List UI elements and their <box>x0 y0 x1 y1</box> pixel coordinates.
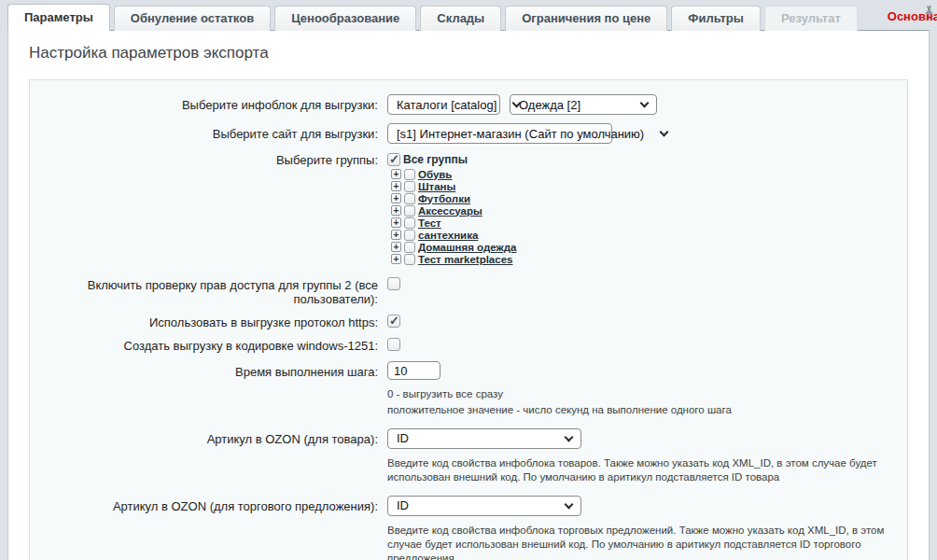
tab-filters[interactable]: Фильтры <box>671 6 761 31</box>
ozon-article-product-hint: Введите код свойства инфоблока товаров. … <box>387 456 907 484</box>
row-https: Использовать в выгрузке протокол https: <box>30 315 907 329</box>
infoblock-type-select[interactable]: Каталоги [catalog] <box>387 94 500 115</box>
all-groups-row: Все группы <box>387 152 468 166</box>
infoblock-type-value: Каталоги [catalog] <box>397 98 513 112</box>
tree-item-tshirts: + Футболки <box>391 192 516 204</box>
step-time-hint-2: положительное значение - число секунд на… <box>387 403 732 417</box>
group-checkbox[interactable] <box>404 169 415 180</box>
encoding-label: Создать выгрузку в кодировке windows-125… <box>30 338 387 353</box>
encoding-checkbox[interactable] <box>387 338 400 351</box>
ozon-article-product-select[interactable]: ID <box>387 428 581 449</box>
site-label: Выберите сайт для выгрузки: <box>30 123 387 141</box>
expand-plus-icon[interactable]: + <box>391 181 401 191</box>
group-checkbox[interactable] <box>404 254 415 265</box>
row-infoblock: Выберите инфоблок для выгрузки: Каталоги… <box>30 94 907 115</box>
tab-bar: Параметры Обнуление остатков Ценообразов… <box>7 4 930 31</box>
site-select[interactable]: [s1] Интернет-магазин (Сайт по умолчанию… <box>387 123 612 144</box>
chevron-down-icon <box>640 99 650 108</box>
https-label: Использовать в выгрузке протокол https: <box>30 315 387 329</box>
tab-pricing[interactable]: Ценообразование <box>274 6 416 31</box>
group-link[interactable]: Тест <box>418 217 441 229</box>
row-access-check: Включить проверку прав доступа для групп… <box>30 277 907 306</box>
all-groups-label: Все группы <box>403 153 468 166</box>
step-time-label: Время выполнения шага: <box>30 361 387 379</box>
tab-stock-reset[interactable]: Обнуление остатков <box>114 6 271 31</box>
expand-plus-icon[interactable]: + <box>391 217 401 228</box>
tree-item-shoes: + Обувь <box>391 168 516 180</box>
group-link[interactable]: сантехника <box>418 230 478 241</box>
group-checkbox[interactable] <box>404 242 415 253</box>
https-checkbox[interactable] <box>387 315 400 328</box>
tree-item-homewear: + Домашняя одежда <box>391 241 516 253</box>
infoblock-value: Одежда [2] <box>519 98 597 112</box>
ozon-article-product-label: Артикул в OZON (для товара): <box>30 428 387 446</box>
expand-plus-icon[interactable]: + <box>391 193 401 203</box>
groups-tree: + Обувь + Штаны + Футболки <box>391 168 516 265</box>
ozon-article-product-value: ID <box>397 431 426 445</box>
group-checkbox[interactable] <box>404 193 415 204</box>
group-checkbox[interactable] <box>404 230 415 241</box>
group-link[interactable]: Штаны <box>418 181 455 192</box>
main-panel: Настройка параметров экспорта Выберите и… <box>7 30 930 560</box>
all-groups-checkbox[interactable] <box>387 153 400 166</box>
group-link[interactable]: Футболки <box>418 193 470 204</box>
tree-item-plumbing: + сантехника <box>391 229 516 241</box>
group-checkbox[interactable] <box>404 181 415 192</box>
tree-item-test-marketplaces: + Тест marketplaces <box>391 253 516 265</box>
chevron-down-icon <box>565 499 574 509</box>
tab-result[interactable]: Результат <box>764 6 858 31</box>
group-link[interactable]: Домашняя одежда <box>418 242 516 253</box>
expand-plus-icon[interactable]: + <box>391 205 401 216</box>
step-time-hint-1: 0 - выгрузить все сразу <box>387 387 503 401</box>
group-checkbox[interactable] <box>404 205 415 217</box>
expand-plus-icon[interactable]: + <box>391 242 401 252</box>
tab-warehouses[interactable]: Склады <box>420 6 501 31</box>
group-link[interactable]: Обувь <box>418 169 452 180</box>
tab-price-limits[interactable]: Ограничения по цене <box>505 6 667 31</box>
tree-item-pants: + Штаны <box>391 180 516 192</box>
tab-parameters[interactable]: Параметры <box>7 4 110 31</box>
row-groups: Выберите группы: Все группы + Обувь + <box>30 152 907 265</box>
site-value: [s1] Интернет-магазин (Сайт по умолчанию… <box>397 127 661 141</box>
tree-item-test: + Тест <box>391 217 516 229</box>
step-time-input[interactable] <box>387 361 441 380</box>
page-title: Настройка параметров экспорта <box>8 31 929 63</box>
export-settings-form: Выберите инфоблок для выгрузки: Каталоги… <box>30 80 907 560</box>
tree-item-accessories: + Аксессуары <box>391 204 516 217</box>
ozon-article-offer-label: Артикул в OZON (для торгового предложени… <box>30 496 387 513</box>
ozon-article-offer-select[interactable]: ID <box>387 496 581 516</box>
chevron-down-icon <box>565 432 574 441</box>
expand-plus-icon[interactable]: + <box>391 254 401 264</box>
group-checkbox[interactable] <box>404 217 415 229</box>
ozon-article-offer-hint: Введите код свойства инфоблока торговых … <box>387 524 907 560</box>
infoblock-label: Выберите инфоблок для выгрузки: <box>30 94 387 112</box>
access-check-label: Включить проверку прав доступа для групп… <box>30 277 387 306</box>
export-settings-form-panel: Выберите инфоблок для выгрузки: Каталоги… <box>29 79 908 560</box>
row-step-time: Время выполнения шага: 0 - выгрузить все… <box>30 361 907 417</box>
row-ozon-article-product: Артикул в OZON (для товара): ID Введите … <box>30 428 907 484</box>
main-tab-note: Основная вкладка "Параметры" <box>888 9 937 25</box>
group-link[interactable]: Аксессуары <box>418 205 482 217</box>
expand-plus-icon[interactable]: + <box>391 169 401 179</box>
chevron-down-icon <box>660 128 669 137</box>
row-site: Выберите сайт для выгрузки: [s1] Интерне… <box>30 123 907 144</box>
expand-plus-icon[interactable]: + <box>391 230 401 240</box>
row-encoding: Создать выгрузку в кодировке windows-125… <box>30 338 907 353</box>
access-check-checkbox[interactable] <box>387 277 400 290</box>
row-ozon-article-offer: Артикул в OZON (для торгового предложени… <box>30 496 907 560</box>
groups-label: Выберите группы: <box>30 152 387 167</box>
ozon-article-offer-value: ID <box>397 498 426 512</box>
group-link[interactable]: Тест marketplaces <box>418 254 512 265</box>
infoblock-select[interactable]: Одежда [2] <box>510 94 657 115</box>
